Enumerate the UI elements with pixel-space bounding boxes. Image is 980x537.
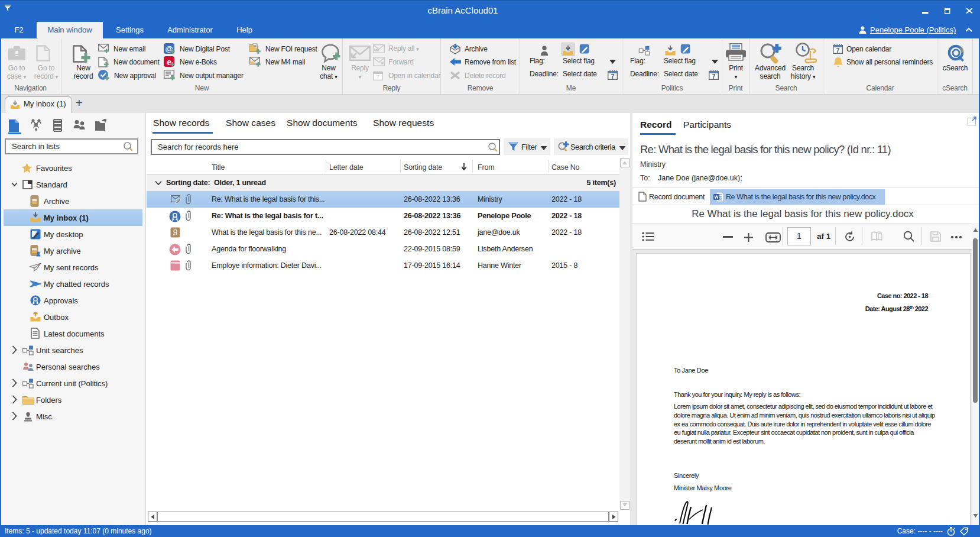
svg-text:7: 7 <box>712 73 716 80</box>
svg-text:7: 7 <box>611 73 615 80</box>
svg-text:7: 7 <box>377 74 379 80</box>
svg-text:7: 7 <box>836 47 840 54</box>
svg-text:e: e <box>167 56 171 67</box>
